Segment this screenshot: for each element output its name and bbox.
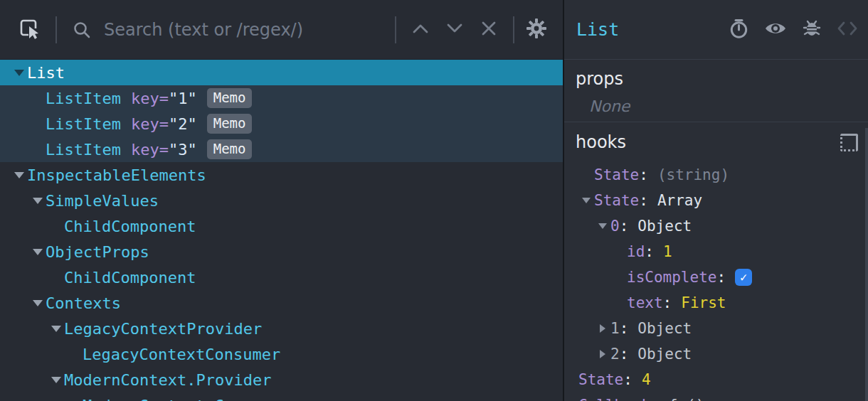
suspend-toggle-button[interactable] xyxy=(729,18,749,41)
props-empty-value: None xyxy=(589,97,857,115)
component-tree: List ListItem key="1" Memo ListItem key=… xyxy=(0,60,563,401)
bug-icon xyxy=(802,18,822,41)
inspector-panel: List xyxy=(564,0,868,401)
key-attribute: key="3" xyxy=(131,141,197,159)
components-tree-panel: List ListItem key="1" Memo ListItem key=… xyxy=(0,0,563,401)
component-name: InspectableElements xyxy=(27,166,206,184)
inspector-header-icons xyxy=(729,18,858,41)
props-section-label: props xyxy=(576,69,857,89)
expander-open-icon[interactable] xyxy=(30,300,46,306)
hook-row-item-0[interactable]: 0: Object xyxy=(564,213,868,239)
inspect-dom-button[interactable] xyxy=(764,20,787,39)
expander-open-icon[interactable] xyxy=(48,377,64,383)
chevron-down-icon xyxy=(445,23,464,36)
component-name: ListItem xyxy=(46,115,121,133)
component-name: ModernContext.Provider xyxy=(64,371,271,389)
component-name: LegacyContextProvider xyxy=(64,320,262,338)
next-result-button[interactable] xyxy=(438,23,472,36)
tree-row-listitem-2[interactable]: ListItem key="2" Memo xyxy=(0,111,563,137)
expander-open-icon[interactable] xyxy=(11,70,27,76)
tree-row-list[interactable]: List xyxy=(0,60,563,85)
hooks-list: State: (string) State: Array 0: Object i… xyxy=(564,162,868,401)
tree-row-simplevalues[interactable]: SimpleValues xyxy=(0,188,563,213)
tree-row-contexts[interactable]: Contexts xyxy=(0,290,563,316)
tree-row-childcomponent-1[interactable]: ChildComponent xyxy=(0,213,563,239)
props-section: props None xyxy=(564,60,868,122)
hook-row-callback: Callback: f () xyxy=(564,392,868,401)
component-name: ModernContext.Consumer xyxy=(83,397,290,401)
component-name: ObjectProps xyxy=(46,243,149,261)
stopwatch-icon xyxy=(729,18,749,41)
expander-open-icon[interactable] xyxy=(48,326,64,332)
tree-row-moderncontext-consumer[interactable]: ModernContext.Consumer xyxy=(0,392,563,401)
view-source-button[interactable] xyxy=(837,21,858,38)
component-name: ListItem xyxy=(46,141,121,159)
hook-row-item-2[interactable]: 2: Object xyxy=(564,341,868,367)
tree-row-legacycontextprovider[interactable]: LegacyContextProvider xyxy=(0,316,563,341)
toolbar-divider xyxy=(395,16,396,43)
tree-row-listitem-1[interactable]: ListItem key="1" Memo xyxy=(0,85,563,111)
expander-closed-icon[interactable] xyxy=(595,324,610,333)
hooks-section-header: hooks xyxy=(564,122,868,162)
expander-open-icon[interactable] xyxy=(30,198,46,204)
react-devtools-window: List ListItem key="1" Memo ListItem key=… xyxy=(0,0,868,401)
tree-row-objectprops[interactable]: ObjectProps xyxy=(0,239,563,264)
key-attribute: key="2" xyxy=(131,115,197,133)
tree-row-legacycontextconsumer[interactable]: LegacyContextConsumer xyxy=(0,341,563,367)
component-name: List xyxy=(27,64,65,82)
inspect-element-button[interactable] xyxy=(17,16,41,43)
memo-badge: Memo xyxy=(207,114,253,134)
component-name: Contexts xyxy=(46,294,121,312)
hook-row-iscomplete: isComplete: ✓ xyxy=(564,264,868,290)
inspector-header: List xyxy=(564,0,868,60)
chevron-up-icon xyxy=(411,23,430,36)
hook-row-state-array[interactable]: State: Array xyxy=(564,188,868,213)
expander-open-icon[interactable] xyxy=(595,223,610,229)
tree-row-childcomponent-2[interactable]: ChildComponent xyxy=(0,264,563,290)
component-name: ChildComponent xyxy=(64,218,196,235)
memo-badge: Memo xyxy=(207,139,253,159)
tree-row-listitem-3[interactable]: ListItem key="3" Memo xyxy=(0,137,563,162)
expander-open-icon[interactable] xyxy=(11,172,27,178)
expander-open-icon[interactable] xyxy=(30,249,46,255)
expander-open-icon[interactable] xyxy=(578,198,594,203)
component-name: LegacyContextConsumer xyxy=(83,346,280,363)
key-attribute: key="1" xyxy=(131,90,197,107)
eye-icon xyxy=(764,20,787,39)
hooks-section-label: hooks xyxy=(576,132,626,152)
selected-component-title: List xyxy=(576,19,729,40)
expander-closed-icon[interactable] xyxy=(595,350,610,358)
tree-row-moderncontext-provider[interactable]: ModernContext.Provider xyxy=(0,367,563,392)
code-brackets-icon xyxy=(837,21,858,38)
previous-result-button[interactable] xyxy=(403,23,438,36)
close-icon xyxy=(481,21,497,38)
memo-badge: Memo xyxy=(207,88,253,108)
inspect-element-icon xyxy=(17,16,41,43)
search-input[interactable] xyxy=(104,20,388,40)
hook-row-text: text: First xyxy=(564,290,868,316)
parse-hook-names-icon[interactable] xyxy=(840,134,858,151)
toolbar-divider xyxy=(55,16,57,43)
hook-row-state-number: State: 4 xyxy=(564,367,868,392)
component-name: ChildComponent xyxy=(64,269,196,287)
hook-row-item-1[interactable]: 1: Object xyxy=(564,316,868,341)
debug-log-button[interactable] xyxy=(802,18,822,41)
hook-row-id: id: 1 xyxy=(564,239,868,264)
component-name: ListItem xyxy=(46,90,121,107)
scrollbar[interactable] xyxy=(865,128,868,401)
component-name: SimpleValues xyxy=(46,192,159,210)
hook-row-state-string: State: (string) xyxy=(564,162,868,188)
tree-toolbar xyxy=(0,0,563,60)
checked-checkbox[interactable]: ✓ xyxy=(735,269,752,286)
gear-icon xyxy=(526,18,547,41)
clear-search-button[interactable] xyxy=(472,21,506,38)
settings-button[interactable] xyxy=(526,18,547,41)
toolbar-divider xyxy=(513,16,514,43)
tree-row-inspectableelements[interactable]: InspectableElements xyxy=(0,162,563,188)
search-icon xyxy=(73,21,91,39)
